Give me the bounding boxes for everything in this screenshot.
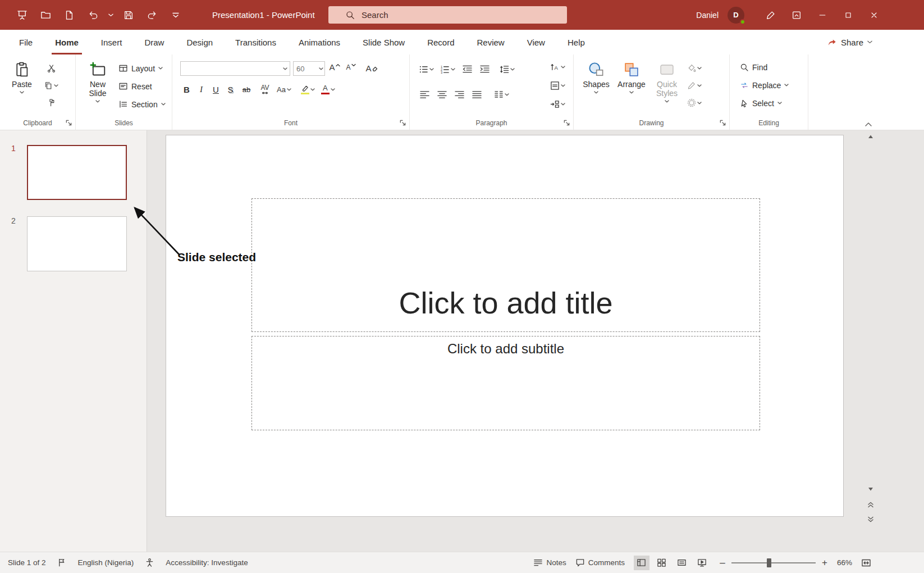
find-button[interactable]: Find <box>740 60 808 74</box>
tab-help[interactable]: Help <box>556 30 596 54</box>
tab-review[interactable]: Review <box>466 30 516 54</box>
font-name-combobox[interactable] <box>180 61 290 76</box>
slide-1-thumbnail[interactable] <box>27 145 127 200</box>
vertical-scrollbar[interactable] <box>864 130 877 552</box>
shape-effects-button[interactable] <box>686 96 703 110</box>
user-name[interactable]: Daniel <box>696 11 719 20</box>
layout-button[interactable]: Layout <box>118 61 166 75</box>
close-button[interactable] <box>861 0 887 30</box>
zoom-in-button[interactable]: + <box>821 557 828 569</box>
collapse-ribbon-button[interactable] <box>864 122 872 127</box>
cut-button[interactable] <box>43 61 60 75</box>
italic-button[interactable]: I <box>195 83 208 97</box>
font-dialog-launcher[interactable] <box>399 119 406 126</box>
slide-1-editing-surface[interactable]: Click to add title Click to add subtitle <box>166 135 844 517</box>
copy-button[interactable] <box>43 79 60 92</box>
arrange-button[interactable]: Arrange <box>615 59 648 110</box>
numbering-button[interactable]: 123 <box>439 62 456 76</box>
paste-button[interactable]: Paste <box>6 59 38 110</box>
font-size-combobox[interactable] <box>293 61 325 76</box>
increase-font-size-button[interactable]: A <box>328 62 341 75</box>
shape-fill-button[interactable] <box>686 61 703 75</box>
font-color-button[interactable]: A <box>320 83 336 97</box>
clipboard-dialog-launcher[interactable] <box>65 119 72 126</box>
align-left-button[interactable] <box>418 88 431 101</box>
decrease-font-size-button[interactable]: A <box>344 62 358 75</box>
convert-to-smartart-button[interactable] <box>549 97 566 111</box>
zoom-level[interactable]: 66% <box>837 558 852 567</box>
subtitle-placeholder[interactable]: Click to add subtitle <box>251 336 760 430</box>
select-button[interactable]: Select <box>740 96 808 110</box>
save-button[interactable] <box>117 5 140 25</box>
new-file-button[interactable] <box>57 5 81 25</box>
underline-button[interactable]: U <box>209 83 222 97</box>
paragraph-dialog-launcher[interactable] <box>563 119 570 126</box>
change-case-button[interactable]: Aa <box>276 83 292 97</box>
maximize-button[interactable] <box>835 0 861 30</box>
inking-button[interactable] <box>758 0 784 30</box>
tab-design[interactable]: Design <box>175 30 224 54</box>
character-spacing-button[interactable]: AV <box>258 83 272 97</box>
share-button[interactable]: Share <box>827 30 872 54</box>
open-button[interactable] <box>34 5 57 25</box>
reset-button[interactable]: Reset <box>118 79 166 93</box>
minimize-button[interactable] <box>809 0 835 30</box>
zoom-slider[interactable] <box>731 562 816 563</box>
fit-slide-to-window-button[interactable] <box>861 558 871 568</box>
notes-toggle[interactable]: Notes <box>533 558 566 567</box>
normal-view-button[interactable] <box>634 556 649 570</box>
customize-quick-access-button[interactable] <box>164 5 187 25</box>
next-slide-button[interactable] <box>864 515 877 525</box>
reading-view-button[interactable] <box>674 556 690 570</box>
text-shadow-button[interactable]: S <box>224 83 237 97</box>
tab-animations[interactable]: Animations <box>287 30 351 54</box>
font-name-input[interactable] <box>181 65 281 73</box>
align-right-button[interactable] <box>452 88 466 101</box>
user-avatar[interactable]: D <box>728 7 744 24</box>
title-placeholder[interactable]: Click to add title <box>251 198 760 332</box>
shape-outline-button[interactable] <box>686 79 703 92</box>
slide-2-thumbnail[interactable] <box>27 216 127 271</box>
tab-view[interactable]: View <box>516 30 556 54</box>
zoom-slider-thumb[interactable] <box>767 558 771 567</box>
scroll-up-button[interactable] <box>864 131 877 142</box>
tab-home[interactable]: Home <box>44 30 90 54</box>
accessibility-status[interactable]: Accessibility: Investigate <box>166 558 248 567</box>
new-slide-button[interactable]: New Slide <box>81 59 114 111</box>
bold-button[interactable]: B <box>180 83 193 97</box>
redo-button[interactable] <box>140 5 164 25</box>
clear-formatting-button[interactable]: A <box>365 62 378 75</box>
justify-button[interactable] <box>470 88 483 101</box>
drawing-dialog-launcher[interactable] <box>719 119 726 126</box>
comments-toggle[interactable]: Comments <box>575 558 625 567</box>
columns-button[interactable] <box>493 88 510 101</box>
shapes-button[interactable]: Shapes <box>582 59 611 110</box>
zoom-out-button[interactable]: – <box>719 557 726 569</box>
text-highlight-color-button[interactable] <box>300 83 316 97</box>
tab-slide-show[interactable]: Slide Show <box>351 30 416 54</box>
tab-draw[interactable]: Draw <box>133 30 175 54</box>
replace-button[interactable]: Replace <box>740 78 808 92</box>
slide-sorter-view-button[interactable] <box>654 556 670 570</box>
language-indicator[interactable]: English (Nigeria) <box>78 558 134 567</box>
align-center-button[interactable] <box>435 88 449 101</box>
start-slideshow-button[interactable] <box>10 5 34 25</box>
text-direction-button[interactable]: A <box>549 60 566 74</box>
search-box[interactable] <box>328 6 567 24</box>
section-button[interactable]: Section <box>118 97 166 111</box>
font-size-input[interactable] <box>294 65 318 73</box>
tab-insert[interactable]: Insert <box>90 30 134 54</box>
slide-indicator[interactable]: Slide 1 of 2 <box>8 558 46 567</box>
tab-record[interactable]: Record <box>416 30 465 54</box>
search-input[interactable] <box>362 10 547 20</box>
scroll-down-button[interactable] <box>864 484 877 494</box>
increase-indent-button[interactable] <box>478 62 491 76</box>
ribbon-display-options-button[interactable] <box>784 0 809 30</box>
tab-transitions[interactable]: Transitions <box>224 30 287 54</box>
strikethrough-button[interactable]: ab <box>239 83 254 97</box>
align-text-button[interactable] <box>549 79 566 92</box>
previous-slide-button[interactable] <box>864 499 877 510</box>
quick-styles-button[interactable]: Quick Styles <box>652 59 681 110</box>
proofing-flag-icon[interactable] <box>57 558 67 567</box>
undo-dropdown-button[interactable] <box>104 5 117 25</box>
